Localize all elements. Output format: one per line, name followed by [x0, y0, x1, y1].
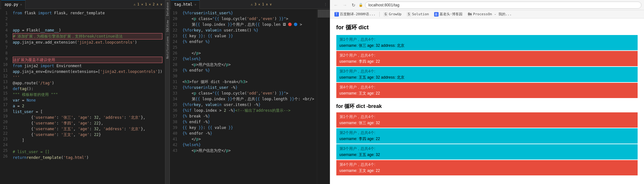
rline-num-40: 40 — [171, 131, 177, 136]
rcode-line-21: 第{{ loop.index }}个用户，总共{{ loop.len 🖼 🔴 🔵… — [182, 22, 314, 27]
bookmark-processon-label: ProcessOn - 我的... — [473, 12, 512, 17]
rline-num-29: 29 — [171, 67, 177, 73]
bookmark-processon[interactable]: On ProcessOn - 我的... — [466, 11, 513, 17]
rline-num-43: 43 — [171, 148, 177, 153]
code-line-24 — [13, 143, 162, 149]
bookmark-mublog[interactable]: 墓 墓老头·博客园 — [432, 11, 465, 17]
bookmark-sep-1 — [379, 12, 380, 17]
rline-num-30: 30 — [171, 73, 177, 79]
user-label-s2-2: 第3个用户，总共4个: — [340, 146, 634, 152]
bookmark-solution[interactable]: S Solution — [405, 11, 431, 17]
rcode-line-28: <p>用户信息为空</p> — [182, 62, 314, 67]
code-line-10: from jinja2 import Environment — [13, 63, 162, 69]
user-card-s2-2: 第3个用户，总共4个: username: 王五 age: 32 — [336, 144, 638, 159]
rline-num-21: 21 — [171, 22, 177, 27]
code-line-11: app.jinja_env=Environment(extensions=['j… — [13, 69, 162, 74]
line-num-14: 14 — [1, 85, 8, 90]
code-line-17: a = 2 — [13, 103, 162, 109]
line-num-13: 13 — [1, 79, 8, 85]
rcode-line-43: <p>用户信息为空</p> — [182, 148, 314, 153]
warning-count-right: ⚠ 3 ✕ 1 ∧ ∨ — [251, 3, 272, 6]
user-info-s2-0: username: 张三 age: 32 — [340, 120, 634, 126]
rcode-line-30 — [182, 73, 314, 79]
rcode-line-42: {% else %} — [182, 142, 314, 148]
section2-title: for 循环 dict -break — [336, 103, 638, 110]
left-code-area[interactable]: from flask import Flask, render_template… — [10, 9, 165, 184]
code-line-15: """ 模板标签的使用 """ — [13, 92, 162, 97]
tab-tag-html-label: tag.html — [174, 2, 193, 7]
rline-num-39: 39 — [171, 125, 177, 131]
rline-num-31: 31 — [171, 79, 177, 85]
code-line-23: ] — [13, 138, 162, 143]
rcode-line-24: {% endfor %} — [182, 39, 314, 45]
address-bar[interactable] — [365, 2, 641, 9]
line-num-16: 16 — [1, 96, 8, 102]
tab-app-py[interactable]: app.py × — [1, 0, 25, 9]
code-line-26: return render_template('tag.html') — [13, 155, 162, 160]
line-num-11: 11 — [1, 67, 8, 73]
user-card-s1-3: 第4个用户，总共4个: username: 王文 age: 22 — [336, 83, 638, 98]
tab-tag-html[interactable]: tag.html × — [171, 0, 200, 9]
user-label-s1-2: 第3个用户，总共4个: — [340, 69, 634, 74]
bookmark-baidu-icon: T — [334, 12, 339, 17]
rline-num-38: 38 — [171, 119, 177, 125]
right-tab-gutter: ⚠ 3 ✕ 1 ∧ ∨ — [251, 3, 273, 6]
user-label-s2-0: 第1个用户，总共4个: — [340, 114, 634, 120]
side-panel-sqlview[interactable]: SQLView — [165, 18, 169, 34]
code-line-19: {'username': '张三', 'age': 32, 'address':… — [13, 115, 162, 120]
right-code-area[interactable]: {% for user in list_user %} <p class="{{… — [180, 9, 317, 184]
line-num-9: 9 — [1, 56, 8, 62]
left-line-numbers: 1 2 3 4 5 6 7 8 9 10 11 12 13 14 15 16 1… — [0, 9, 10, 184]
right-tab-bar: tag.html × ⚠ 3 ✕ 1 ∧ ∨ ⋮ — [170, 0, 330, 9]
browser-bookmarks-bar: T 百度翻译-200种语... G GrowUp S Solution 墓 墓老… — [330, 10, 644, 18]
rline-num-22: 22 — [171, 27, 177, 33]
rcode-line-32: {% for user in list_user -%} — [182, 85, 314, 90]
back-button[interactable]: ← — [333, 2, 340, 8]
browser-toolbar: ← → ↻ 🔒 — [330, 0, 644, 10]
line-num-20: 20 — [1, 119, 8, 125]
bookmark-processon-icon: On — [468, 12, 472, 17]
refresh-button[interactable]: ↻ — [350, 2, 357, 8]
bookmark-baidu-translate[interactable]: T 百度翻译-200种语... — [333, 11, 377, 17]
rcode-line-33: <p class="{{ loop.cycle('odd','even') }}… — [182, 90, 314, 96]
code-line-22: {'username': '王文', 'age': 22} — [13, 132, 162, 138]
rcode-line-23: {{ key }}: {{ value }} — [182, 33, 314, 39]
tab-app-py-close[interactable]: × — [20, 3, 22, 6]
user-card-s2-0: 第1个用户，总共4个: username: 张三 age: 32 — [336, 112, 638, 128]
rline-num-32: 32 — [171, 85, 177, 90]
side-panel-database[interactable]: Database — [165, 0, 169, 18]
user-info-s1-3: username: 王文 age: 22 — [340, 91, 634, 96]
code-line-18: list_user = [ — [13, 109, 162, 115]
line-num-18: 18 — [1, 108, 8, 113]
code-line-9: 这扩展为覆盖不建议使用 — [13, 57, 162, 63]
user-label-s2-1: 第2个用户，总共4个: — [340, 130, 634, 136]
line-num-10: 10 — [1, 62, 8, 67]
line-num-12: 12 — [1, 73, 8, 79]
line-num-1: 1 — [1, 10, 8, 16]
code-line-13: @app.route('/tag') — [13, 80, 162, 86]
forward-button[interactable]: → — [341, 2, 348, 8]
code-line-5: # 添加扩展，为模板引擎添加扩展，支持break/continue语法 — [13, 33, 162, 39]
tab-tag-html-close[interactable]: × — [194, 3, 196, 6]
minimap-toggle[interactable]: ⋮ — [324, 3, 327, 6]
rline-num-35: 35 — [171, 102, 177, 108]
bookmark-growup[interactable]: G GrowUp — [382, 11, 404, 17]
rline-num-19: 19 — [171, 10, 177, 16]
code-line-3 — [13, 22, 162, 27]
code-line-1: from flask import Flask, render_template — [13, 10, 162, 16]
bookmark-solution-icon: S — [407, 12, 411, 17]
warning-count-left: ⚠ 1 ✕ 1 ✕ 2 ∧ ∨ — [133, 3, 162, 6]
code-line-14: def tag(): — [13, 86, 162, 92]
rcode-line-34: 第{{ loop.index }}个用户，总共{{ loop.length }}… — [182, 96, 314, 102]
line-num-22: 22 — [1, 131, 8, 136]
left-editor-content: 1 2 3 4 5 6 7 8 9 10 11 12 13 14 15 16 1… — [0, 9, 165, 184]
code-line-8 — [13, 51, 162, 57]
user-card-s2-1: 第2个用户，总共4个: username: 李四 age: 22 — [336, 128, 638, 144]
rcode-line-35: {% for key, value in user.items() -%} — [182, 102, 314, 108]
bookmark-growup-icon: G — [383, 12, 388, 17]
left-tab-bar: app.py × ⚠ 1 ✕ 1 ✕ 2 ∧ ∨ — [0, 0, 165, 9]
bookmark-growup-label: GrowUp — [389, 12, 402, 16]
code-line-20: {'username': '李四', 'age': 22}, — [13, 120, 162, 126]
line-num-19: 19 — [1, 113, 8, 119]
side-panel-notifications[interactable]: Notifications — [165, 34, 169, 60]
